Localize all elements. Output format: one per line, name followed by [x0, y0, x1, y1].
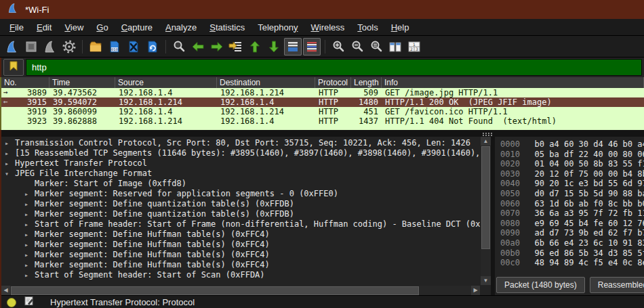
hex-row[interactable]: 00c0 48 94 89 4c f5 e4 0c 8e: [500, 258, 644, 268]
start-capture-icon[interactable]: [3, 38, 21, 56]
column-header-source[interactable]: Source: [115, 77, 217, 88]
column-header-info[interactable]: Info: [382, 77, 644, 88]
tree-item[interactable]: ▸Transmission Control Protocol, Src Port…: [1, 138, 480, 148]
tree-item[interactable]: ▸[15 Reassembled TCP Segments (11646 byt…: [1, 148, 480, 158]
tree-item[interactable]: ▸Hypertext Transfer Protocol: [1, 158, 480, 169]
hex-row[interactable]: 00b0 96 ed 86 5b 34 d3 85 5f: [500, 248, 644, 259]
zoom-100-icon[interactable]: [367, 38, 385, 56]
menu-edit[interactable]: Edit: [31, 21, 57, 34]
save-capture-icon[interactable]: 010: [106, 38, 123, 56]
packet-row[interactable]: ←391539.594072192.168.1.214192.168.1.4HT…: [1, 97, 644, 107]
menu-go[interactable]: Go: [91, 21, 113, 34]
pane-splitter[interactable]: [0, 130, 644, 137]
column-header-destination[interactable]: Destination: [217, 77, 315, 88]
chevron-right-icon[interactable]: ▸: [24, 209, 35, 219]
tree-item[interactable]: ▸Marker segment: Reserved for applicatio…: [1, 189, 480, 199]
zoom-in-icon[interactable]: [329, 38, 347, 56]
chevron-right-icon[interactable]: ▸: [24, 250, 35, 260]
menu-tools[interactable]: Tools: [352, 21, 383, 34]
resize-columns-icon[interactable]: [386, 38, 404, 56]
hex-row[interactable]: 0020 01 04 00 50 8b 83 55 f1: [500, 159, 644, 169]
chevron-right-icon[interactable]: ▸: [24, 199, 35, 209]
chevron-right-icon[interactable]: ▸: [24, 219, 35, 229]
hex-row[interactable]: 0040 90 20 1c e3 bd 55 6d 97: [500, 179, 644, 189]
packet-row[interactable]: 392339.862888192.168.1.214192.168.1.4HTT…: [1, 116, 644, 126]
tree-item[interactable]: ▸Marker segment: Define Huffman table(s)…: [1, 260, 480, 270]
hex-row[interactable]: 00a0 6b 66 e4 23 6c 10 91 83: [500, 238, 644, 248]
menu-view[interactable]: View: [59, 21, 89, 34]
packet-row[interactable]: 391939.860099192.168.1.4192.168.1.214HTT…: [1, 107, 644, 116]
capture-comment-icon[interactable]: [24, 296, 34, 308]
hex-row[interactable]: 0070 36 6a a3 95 7f 72 fb 11: [500, 208, 644, 219]
hex-row[interactable]: 0010 05 ba df 22 40 00 80 06: [500, 150, 644, 160]
chevron-right-icon[interactable]: ▸: [5, 148, 15, 158]
tree-item[interactable]: ▸Marker segment: Define Huffman table(s)…: [1, 229, 480, 240]
splitter-handle-icon[interactable]: [483, 133, 484, 134]
menu-help[interactable]: Help: [386, 21, 415, 34]
column-header-time[interactable]: Time: [49, 77, 115, 88]
hex-bytes: 48 94 89 4c f5 e4 0c 8e: [535, 258, 644, 267]
chevron-right-icon[interactable]: ▸: [5, 138, 15, 148]
scroll-left-icon[interactable]: ◀: [1, 286, 10, 295]
column-header-length[interactable]: Length: [351, 77, 382, 88]
tab-reassembled-tc[interactable]: Reassembled TC: [590, 277, 644, 293]
tree-item[interactable]: ▾JPEG File Interchange Format: [1, 169, 480, 179]
displayed-columns-icon[interactable]: 123: [405, 38, 423, 56]
find-packet-icon[interactable]: [170, 38, 188, 56]
stop-capture-icon[interactable]: [22, 38, 40, 56]
tree-item[interactable]: ▸Marker segment: Define Huffman table(s)…: [1, 240, 480, 250]
tree-item[interactable]: ▸Marker segment: Define quantization tab…: [1, 199, 480, 209]
menu-statistics[interactable]: Statistics: [204, 21, 250, 34]
expert-info-icon[interactable]: [7, 298, 16, 307]
close-capture-icon[interactable]: [125, 38, 142, 56]
go-to-packet-icon[interactable]: [227, 38, 245, 56]
chevron-right-icon[interactable]: ▸: [24, 229, 35, 240]
reload-capture-icon[interactable]: [144, 38, 161, 56]
hex-row[interactable]: 0080 e9 69 45 b4 fe 60 12 76: [500, 219, 644, 229]
menu-wireless[interactable]: Wireless: [306, 21, 350, 34]
hex-row[interactable]: 0060 63 1d 6b ab f0 8c bb b0: [500, 199, 644, 209]
zoom-out-icon[interactable]: [348, 38, 366, 56]
next-packet-icon[interactable]: [208, 38, 226, 56]
horizontal-scroll-thumb[interactable]: [11, 286, 419, 295]
menu-telephony[interactable]: Telephony: [252, 21, 303, 34]
tree-item[interactable]: ▸Start of Frame header: Start of Frame (…: [1, 219, 480, 229]
chevron-right-icon[interactable]: ▸: [24, 240, 35, 250]
filter-bookmark-button[interactable]: [3, 59, 24, 76]
chevron-right-icon[interactable]: ▸: [24, 189, 35, 199]
packet-row[interactable]: →388939.473562192.168.1.4192.168.1.214HT…: [1, 88, 644, 97]
column-header-no[interactable]: No.: [1, 77, 49, 88]
scroll-down-icon[interactable]: ▼: [481, 276, 491, 285]
chevron-right-icon[interactable]: ▸: [24, 270, 35, 280]
tab-packet-1480-bytes-[interactable]: Packet (1480 bytes): [496, 277, 585, 293]
chevron-right-icon[interactable]: ▸: [5, 158, 15, 169]
hex-row[interactable]: 0050 d0 d7 15 5b 5d 90 88 ba: [500, 189, 644, 199]
first-packet-icon[interactable]: [246, 38, 264, 56]
hex-row[interactable]: 0030 20 12 0f 75 00 00 b4 8b: [500, 169, 644, 179]
menu-file[interactable]: File: [4, 21, 29, 34]
chevron-right-icon[interactable]: ▸: [24, 260, 35, 270]
menu-capture[interactable]: Capture: [116, 21, 158, 34]
details-vertical-scrollbar[interactable]: ▲ ▼: [481, 137, 491, 285]
tree-item[interactable]: ▸Marker segment: Define Huffman table(s)…: [1, 250, 480, 260]
details-horizontal-scrollbar[interactable]: ◀ ▶: [1, 286, 480, 295]
hex-row[interactable]: 0090 ad d7 73 9b ed 62 f7 b7: [500, 228, 644, 238]
colorize-packets-icon[interactable]: [303, 38, 321, 56]
tree-item[interactable]: ▸Start of Segment header: Start of Scan …: [1, 270, 480, 280]
display-filter-input[interactable]: [26, 59, 642, 76]
last-packet-icon[interactable]: [265, 38, 283, 56]
tree-item[interactable]: ▸Marker segment: Define quantization tab…: [1, 209, 480, 219]
scroll-up-icon[interactable]: ▲: [481, 137, 491, 146]
restart-capture-icon[interactable]: [41, 38, 59, 56]
hex-row[interactable]: 0000 b0 a4 60 30 d4 46 b0 a4: [500, 139, 644, 150]
menu-analyze[interactable]: Analyze: [160, 21, 202, 34]
chevron-down-icon[interactable]: ▾: [5, 169, 15, 179]
capture-options-icon[interactable]: [60, 38, 78, 56]
auto-scroll-icon[interactable]: [284, 38, 302, 56]
column-header-protocol[interactable]: Protocol: [315, 77, 351, 88]
scroll-right-icon[interactable]: ▶: [471, 286, 480, 295]
open-capture-icon[interactable]: [87, 38, 104, 56]
tree-item[interactable]: Marker: Start of Image (0xffd8): [1, 179, 480, 189]
previous-packet-icon[interactable]: [189, 38, 207, 56]
vertical-scroll-thumb[interactable]: [481, 146, 490, 249]
